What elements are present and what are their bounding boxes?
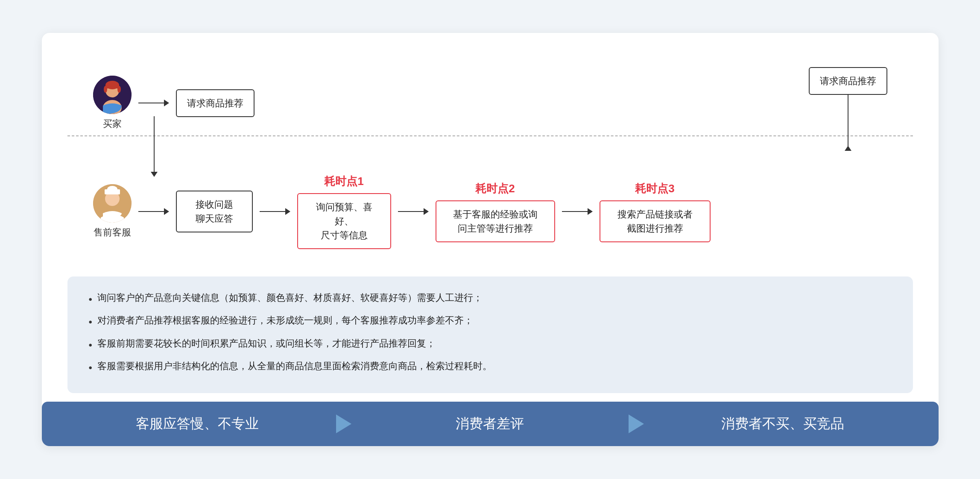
time1-label: 耗时点1 xyxy=(324,174,363,189)
bullet-text-4: 客服需要根据用户非结构化的信息，从全量的商品信息里面检索消费意向商品，检索过程耗… xyxy=(97,358,492,375)
bullet-item-4: • 客服需要根据用户非结构化的信息，从全量的商品信息里面检索消费意向商品，检索过… xyxy=(89,358,892,377)
top-right-section: 请求商品推荐 xyxy=(809,67,887,151)
up-arrow-tip xyxy=(845,146,851,151)
time1-to-time2-arrow xyxy=(398,208,429,215)
service-avatar-container: 售前客服 xyxy=(93,184,132,239)
time3-label: 耗时点3 xyxy=(635,181,674,196)
bullets-section: • 询问客户的产品意向关键信息（如预算、颜色喜好、材质喜好、软硬喜好等）需要人工… xyxy=(67,276,913,393)
bullet-dot-4: • xyxy=(89,359,92,377)
buyer-avatar xyxy=(93,76,132,114)
time2-label: 耗时点2 xyxy=(475,181,515,196)
vertical-arrow xyxy=(151,116,158,177)
time2-to-time3-arrow xyxy=(562,208,593,215)
receive-to-time1-arrow xyxy=(260,208,290,215)
bullet-text-1: 询问客户的产品意向关键信息（如预算、颜色喜好、材质喜好、软硬喜好等）需要人工进行… xyxy=(97,289,483,306)
banner-text-2: 消费者差评 xyxy=(360,414,620,433)
bullet-dot-1: • xyxy=(89,290,92,309)
receive-box-line2: 聊天应答 xyxy=(196,213,233,224)
banner-text-3: 消费者不买、买竞品 xyxy=(652,414,913,433)
up-arrow xyxy=(845,95,851,151)
banner-arrow-2 xyxy=(629,414,644,433)
svg-point-11 xyxy=(107,186,117,193)
receive-box: 接收问题 聊天应答 xyxy=(176,191,253,232)
service-row: 售前客服 接收问题 聊天应答 耗时点1 询问预算、喜好、 尺寸等信息 xyxy=(93,174,711,249)
banner-arrow-shape-1 xyxy=(336,414,351,433)
time3-section: 耗时点3 搜索产品链接或者 截图进行推荐 xyxy=(600,181,711,242)
buyer-label: 买家 xyxy=(103,118,122,130)
banner-arrow-shape-2 xyxy=(629,414,644,433)
main-card: 买家 请求商品推荐 xyxy=(42,33,939,446)
receive-box-line1: 接收问题 xyxy=(196,199,233,210)
bullet-item-2: • 对消费者产品推荐根据客服的经验进行，未形成统一规则，每个客服推荐成功率参差不… xyxy=(89,312,892,331)
bullet-item-3: • 客服前期需要花较长的时间积累产品知识，或问组长等，才能进行产品推荐回复； xyxy=(89,335,892,354)
flow-section: 买家 请求商品推荐 xyxy=(67,50,913,272)
buyer-avatar-container: 买家 xyxy=(93,76,132,130)
time2-section: 耗时点2 基于客服的经验或询 问主管等进行推荐 xyxy=(436,181,555,242)
banner-arrow-1 xyxy=(336,414,351,433)
time1-box: 询问预算、喜好、 尺寸等信息 xyxy=(297,193,391,249)
bottom-banner: 客服应答慢、不专业 消费者差评 消费者不买、买竞品 xyxy=(42,402,939,446)
time1-section: 耗时点1 询问预算、喜好、 尺寸等信息 xyxy=(297,174,391,249)
buyer-to-request-arrow xyxy=(138,100,169,106)
svg-point-4 xyxy=(104,86,107,93)
time3-box: 搜索产品链接或者 截图进行推荐 xyxy=(600,200,711,242)
top-right-request-box: 请求商品推荐 xyxy=(809,67,887,95)
bullet-item-1: • 询问客户的产品意向关键信息（如预算、颜色喜好、材质喜好、软硬喜好等）需要人工… xyxy=(89,289,892,309)
buyer-row: 买家 请求商品推荐 xyxy=(93,76,255,130)
bullet-dot-2: • xyxy=(89,313,92,331)
service-avatar xyxy=(93,184,132,223)
service-label: 售前客服 xyxy=(94,226,131,239)
dashed-divider xyxy=(67,135,913,136)
up-arrow-line xyxy=(848,95,848,146)
bullet-dot-3: • xyxy=(89,336,92,354)
time2-box: 基于客服的经验或询 问主管等进行推荐 xyxy=(436,200,555,242)
svg-point-5 xyxy=(117,86,121,93)
svg-rect-3 xyxy=(105,85,119,88)
banner-text-1: 客服应答慢、不专业 xyxy=(67,414,328,433)
service-to-receive-arrow xyxy=(138,208,169,215)
buyer-request-box: 请求商品推荐 xyxy=(176,89,255,117)
bullet-text-2: 对消费者产品推荐根据客服的经验进行，未形成统一规则，每个客服推荐成功率参差不齐； xyxy=(97,312,473,329)
bullet-text-3: 客服前期需要花较长的时间积累产品知识，或问组长等，才能进行产品推荐回复； xyxy=(97,335,436,352)
